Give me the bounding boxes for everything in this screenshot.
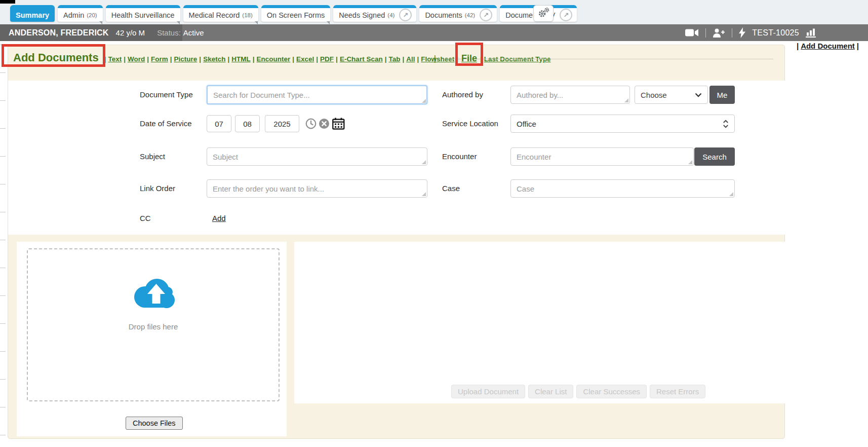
tab-count: (18) (242, 12, 252, 18)
link-order-input[interactable] (207, 179, 427, 198)
action-button[interactable]: Clear Successes (576, 385, 647, 398)
upload-files-panel: Drop files here Choose Files (17, 242, 287, 436)
link-order-wrap (207, 179, 427, 198)
doc-type-link[interactable]: Form (151, 55, 168, 63)
time-now-icon[interactable] (305, 118, 317, 129)
encounter-wrap (510, 147, 694, 166)
doc-type-link[interactable]: PDF (320, 55, 334, 63)
action-button[interactable]: Reset Errors (650, 385, 705, 398)
doc-type-link[interactable]: Word (128, 55, 145, 63)
tab-label: Summary (16, 11, 49, 19)
doc-type-link[interactable]: Excel (296, 55, 314, 63)
page-title: Add Documents (13, 51, 99, 64)
tab-strip: Summary ↗ Admin (20) ↗ Health Surveillan… (10, 5, 577, 22)
cc-label: CC (140, 214, 151, 222)
document-type-input[interactable] (207, 85, 427, 104)
up-down-arrows-icon (723, 120, 729, 128)
patient-tab[interactable]: On Screen Forms ↗ (261, 5, 330, 22)
file-drop-zone[interactable]: Drop files here (27, 248, 280, 401)
tab-label: Needs Signed (339, 11, 385, 19)
document-type-links: |Text |Word |Form |Picture |Sketch (103, 53, 432, 64)
doc-type-link[interactable]: HTML (231, 55, 251, 63)
popout-icon[interactable]: ↗ (480, 9, 492, 21)
link-separator: | (336, 55, 338, 63)
date-day-input[interactable] (235, 115, 260, 132)
encounter-search-button[interactable]: Search (694, 147, 735, 166)
link-separator: | (199, 55, 201, 63)
tab-label: Admin (63, 11, 84, 19)
subject-wrap (207, 147, 427, 166)
link-separator: | (170, 55, 172, 63)
add-document-link[interactable]: |Add Document| (797, 42, 859, 50)
doc-type-link[interactable]: Picture (174, 55, 198, 63)
date-of-service-label: Date of Service (140, 119, 192, 128)
clear-date-icon[interactable] (319, 118, 330, 129)
link-separator: | (417, 55, 419, 63)
encounter-label: Encounter (442, 152, 477, 161)
authored-by-label: Authored by (442, 90, 483, 99)
patient-tab[interactable]: Summary ↗ (10, 5, 55, 22)
action-button[interactable]: Clear List (528, 385, 573, 398)
add-person-icon[interactable] (713, 28, 725, 38)
case-label: Case (442, 184, 460, 193)
doc-type-link[interactable]: E-Chart Scan (340, 55, 383, 63)
patient-name: ANDERSON, FREDERICK (9, 28, 109, 38)
chevron-down-icon (695, 93, 702, 97)
tab-label: On Screen Forms (267, 11, 325, 19)
document-type-wrap (207, 85, 427, 104)
document-form: Document Type Date of Service Subject Li… (8, 81, 785, 235)
panel-header: Add Documents |Text |Word |Form |Picture (13, 51, 773, 64)
lightning-bolt-icon[interactable] (739, 27, 745, 38)
choose-files-button[interactable]: Choose Files (126, 417, 183, 430)
tab-label: Health Surveillance (111, 11, 175, 19)
popout-icon[interactable]: ↗ (560, 9, 572, 21)
popout-icon[interactable]: ↗ (399, 9, 412, 21)
date-month-input[interactable] (207, 115, 231, 132)
patient-tab[interactable]: Admin (20) ↗ (58, 5, 103, 22)
service-location-select[interactable]: Office (510, 115, 735, 133)
doc-type-link[interactable]: Sketch (203, 55, 225, 63)
link-separator: | (147, 55, 149, 63)
case-wrap (510, 179, 735, 198)
doc-type-link[interactable]: Text (108, 55, 122, 63)
subject-label: Subject (140, 152, 165, 161)
video-camera-icon[interactable] (685, 28, 699, 37)
case-input[interactable] (510, 179, 735, 198)
cc-add-link[interactable]: Add (212, 214, 226, 222)
patient-tab[interactable]: Health Surveillance ↗ (106, 5, 180, 22)
date-year-input[interactable] (265, 115, 299, 132)
patient-tab[interactable]: Documents (42) ↗ (419, 5, 497, 22)
bar-chart-icon[interactable] (806, 28, 817, 38)
patient-tab-bar: Summary ↗ Admin (20) ↗ Health Surveillan… (0, 0, 868, 24)
doc-type-link[interactable]: All (406, 55, 415, 63)
patient-age-sex: 42 y/o M (116, 28, 145, 37)
doc-type-link[interactable]: Last Document Type (484, 55, 551, 63)
patient-tab[interactable]: Medical Record (18) ↗ (183, 5, 258, 22)
doc-type-link[interactable]: File (461, 53, 477, 63)
tab-label: Medical Record (189, 11, 240, 19)
tab-settings-area (533, 5, 554, 22)
tab-settings-button[interactable] (533, 5, 554, 22)
authored-by-choose-select[interactable]: Choose (635, 86, 708, 104)
subject-input[interactable] (207, 147, 427, 166)
link-separator: | (402, 55, 404, 63)
status-value: Active (183, 28, 204, 37)
doc-type-link[interactable]: Flowsheet (421, 55, 454, 63)
calendar-icon[interactable] (332, 118, 345, 130)
patient-tab[interactable]: Needs Signed (4) ↗ (333, 5, 416, 22)
link-separator: | (434, 54, 436, 63)
doc-type-link[interactable]: Tab (388, 55, 400, 63)
link-separator: | (253, 55, 255, 63)
patient-account-id: TEST-10025 (752, 28, 799, 38)
add-documents-panel: Add Documents |Text |Word |Form |Picture (8, 45, 785, 439)
authored-by-input[interactable] (510, 86, 630, 104)
tab-count: (4) (387, 12, 394, 18)
separator (705, 28, 706, 38)
doc-type-link[interactable]: Encounter (256, 55, 290, 63)
encounter-input[interactable] (510, 147, 694, 166)
action-button[interactable]: Upload Document (451, 385, 525, 398)
link-separator: | (385, 55, 387, 63)
authored-by-me-button[interactable]: Me (709, 86, 735, 104)
window-corner (0, 0, 15, 4)
link-separator: | (456, 55, 458, 63)
